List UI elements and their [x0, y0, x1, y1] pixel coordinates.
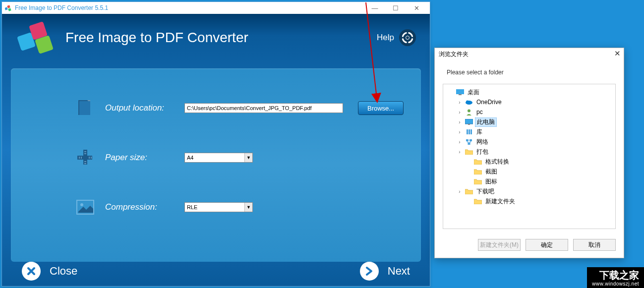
- svg-rect-30: [459, 94, 462, 95]
- tree-item[interactable]: 桌面: [445, 87, 613, 97]
- tree-item[interactable]: ›OneDrive: [445, 97, 613, 107]
- svg-point-33: [468, 110, 470, 113]
- tree-item-label: 图标: [484, 177, 499, 186]
- app-window: Free Image to PDF Converter 5.5.1 — ☐ ✕ …: [1, 1, 430, 287]
- chevron-down-icon: ▼: [244, 203, 252, 212]
- compression-value: RLE: [185, 204, 244, 210]
- tree-item[interactable]: 格式转换: [445, 157, 613, 167]
- tree-item[interactable]: 新建文件夹: [445, 196, 613, 206]
- tree-item-label: OneDrive: [475, 99, 503, 106]
- expand-icon[interactable]: ›: [456, 189, 463, 194]
- tree-item-label: 打包: [475, 148, 490, 156]
- svg-rect-8: [407, 32, 409, 35]
- content-panel: Output location: Browse... Paper size: A…: [11, 68, 421, 262]
- cancel-button[interactable]: 取消: [573, 239, 616, 251]
- browse-button[interactable]: Browse...: [358, 101, 404, 115]
- tree-item[interactable]: 截图: [445, 167, 613, 176]
- svg-point-32: [466, 101, 469, 103]
- next-button[interactable]: Next: [360, 262, 410, 281]
- svg-rect-9: [407, 40, 409, 43]
- tree-item[interactable]: ›网络: [445, 137, 613, 147]
- app-logo-large-icon: [16, 20, 55, 55]
- expand-icon[interactable]: ›: [456, 129, 463, 135]
- app-body: Free Image to PDF Converter Help Output …: [2, 14, 430, 286]
- svg-rect-39: [466, 139, 468, 141]
- next-icon: [360, 262, 379, 281]
- svg-point-26: [80, 203, 83, 206]
- folder-icon: [474, 198, 482, 204]
- tree-item-label: 此电脑: [475, 117, 497, 127]
- paper-size-select[interactable]: A4 ▼: [184, 153, 253, 163]
- desktop-icon: [456, 89, 464, 95]
- user-icon: [465, 109, 473, 115]
- folder-icon: [474, 169, 482, 174]
- close-icon: [22, 262, 41, 281]
- app-logo-icon: [5, 4, 12, 11]
- titlebar: Free Image to PDF Converter 5.5.1 — ☐ ✕: [2, 2, 430, 14]
- svg-rect-37: [468, 129, 470, 134]
- new-folder-button[interactable]: 新建文件夹(M): [478, 239, 521, 251]
- folder-icon: [474, 178, 482, 184]
- tree-item-label: pc: [475, 109, 484, 115]
- svg-rect-11: [410, 37, 413, 38]
- ruler-icon: [75, 148, 95, 168]
- help-label: Help: [377, 33, 394, 43]
- svg-rect-1: [7, 5, 10, 8]
- tree-item-label: 新建文件夹: [484, 197, 517, 206]
- compression-select[interactable]: RLE ▼: [184, 202, 253, 212]
- image-icon: [75, 197, 95, 217]
- svg-rect-0: [5, 7, 8, 10]
- dialog-title: 浏览文件夹: [439, 50, 468, 58]
- tree-item[interactable]: ›pc: [445, 107, 613, 117]
- pc-icon: [465, 119, 473, 125]
- svg-rect-40: [469, 139, 472, 141]
- output-location-row: Output location: Browse...: [75, 98, 406, 118]
- help-icon: [399, 29, 416, 46]
- watermark-url: www.windowszj.net: [592, 281, 639, 287]
- lib-icon: [465, 128, 473, 135]
- expand-icon[interactable]: ›: [456, 100, 463, 105]
- expand-icon[interactable]: ›: [456, 119, 463, 125]
- output-location-input[interactable]: [184, 103, 343, 113]
- tree-item[interactable]: ›打包: [445, 147, 613, 157]
- svg-rect-10: [402, 37, 405, 38]
- expand-icon[interactable]: ›: [456, 149, 463, 155]
- folder-tree[interactable]: 桌面›OneDrive›pc›此电脑›库›网络›打包格式转换截图图标›下载吧新建…: [443, 84, 616, 229]
- browse-folder-dialog: 浏览文件夹 ✕ Please select a folder 桌面›OneDri…: [434, 48, 624, 258]
- svg-rect-34: [465, 119, 473, 124]
- tree-item-label: 网络: [475, 138, 490, 146]
- output-location-label: Output location:: [105, 103, 175, 113]
- close-label: Close: [50, 265, 77, 278]
- maximize-button[interactable]: ☐: [385, 3, 406, 13]
- tree-item[interactable]: ›库: [445, 127, 613, 137]
- folder-icon: [474, 159, 482, 165]
- help-link[interactable]: Help: [377, 29, 416, 46]
- ok-button[interactable]: 确定: [526, 239, 568, 251]
- tree-item-label: 库: [475, 128, 484, 136]
- compression-row: Compression: RLE ▼: [75, 197, 406, 217]
- net-icon: [465, 138, 473, 145]
- expand-icon[interactable]: ›: [456, 110, 463, 115]
- folder-icon: [465, 149, 473, 155]
- minimize-button[interactable]: —: [364, 3, 385, 13]
- tree-item[interactable]: 图标: [445, 176, 613, 186]
- svg-rect-35: [468, 124, 470, 125]
- paper-size-label: Paper size:: [105, 153, 175, 163]
- dialog-prompt: Please select a folder: [435, 60, 624, 81]
- close-button[interactable]: Close: [22, 262, 77, 281]
- app-title: Free Image to PDF Converter: [65, 30, 377, 46]
- tree-item[interactable]: ›此电脑: [445, 117, 613, 127]
- paper-size-row: Paper size: A4 ▼: [75, 148, 406, 168]
- watermark-brand: 下载之家: [592, 269, 639, 281]
- tree-item-label: 下载吧: [475, 187, 496, 196]
- tree-item[interactable]: ›下载吧: [445, 186, 613, 196]
- close-window-button[interactable]: ✕: [406, 3, 427, 13]
- svg-rect-29: [456, 89, 464, 94]
- svg-rect-38: [470, 129, 472, 134]
- document-icon: [75, 98, 95, 118]
- expand-icon[interactable]: ›: [456, 139, 463, 145]
- tree-item-label: 桌面: [466, 88, 481, 97]
- tree-item-label: 格式转换: [484, 158, 511, 166]
- dialog-close-button[interactable]: ✕: [614, 49, 621, 58]
- svg-rect-14: [79, 101, 90, 115]
